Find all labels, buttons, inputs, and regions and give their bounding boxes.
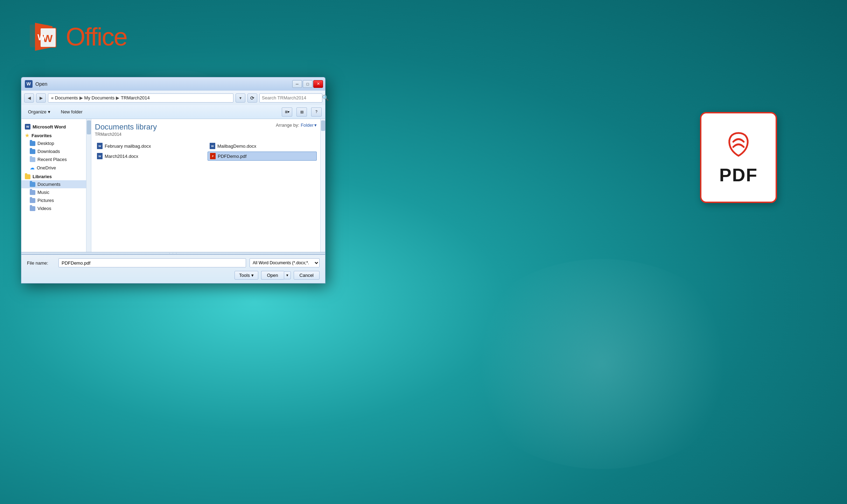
library-subtitle: TRMarch2014 — [95, 132, 157, 137]
word-icon-sidebar: W — [25, 124, 30, 130]
toolbar: Organize ▾ New folder ⊞▾ ▤ ? — [21, 105, 326, 119]
music-folder-icon — [30, 190, 35, 195]
tools-arrow-icon: ▾ — [251, 273, 254, 278]
libraries-section: Libraries — [21, 172, 91, 180]
cancel-button[interactable]: Cancel — [294, 271, 320, 280]
sidebar-item-onedrive[interactable]: ☁ OneDrive — [21, 163, 91, 172]
organize-label: Organize — [28, 109, 47, 114]
sidebar-item-music[interactable]: Music — [21, 188, 91, 196]
docx-icon-1: W — [97, 143, 103, 149]
onedrive-icon: ☁ — [30, 165, 35, 170]
tools-label: Tools — [239, 273, 250, 278]
sidebar-item-videos[interactable]: Videos — [21, 204, 91, 212]
desktop-folder-icon — [30, 141, 35, 146]
acrobat-symbol-icon — [721, 130, 756, 164]
sidebar-item-desktop[interactable]: Desktop — [21, 139, 91, 147]
sidebar-item-recent-places[interactable]: Recent Places — [21, 155, 91, 163]
file-item-pdfdemo[interactable]: P PDFDemo.pdf — [208, 152, 317, 161]
docx-icon-2: W — [210, 143, 215, 149]
file-scrollbar-thumb — [321, 120, 325, 131]
content-area: W Microsoft Word ★ Favorites Desktop Dow… — [21, 119, 326, 252]
libraries-icon — [25, 174, 30, 179]
open-button-group: Open ▾ — [261, 271, 291, 280]
pdf-icon-container: PDF — [700, 112, 777, 203]
open-button[interactable]: Open — [261, 271, 284, 280]
path-dropdown-button[interactable]: ▾ — [236, 93, 245, 103]
scrollbar-thumb — [87, 120, 91, 134]
file-area: Documents library TRMarch2014 Arrange by… — [91, 119, 320, 252]
recent-places-label: Recent Places — [37, 157, 67, 162]
help-button[interactable]: ? — [311, 107, 322, 117]
onedrive-label: OneDrive — [37, 165, 56, 170]
file-area-scrollbar[interactable] — [320, 119, 325, 252]
new-folder-button[interactable]: New folder — [58, 108, 86, 116]
documents-label: Documents — [37, 182, 61, 187]
filename-input[interactable] — [58, 258, 246, 267]
refresh-button[interactable]: ⟳ — [247, 93, 257, 103]
open-dropdown-button[interactable]: ▾ — [284, 271, 291, 279]
file-area-header: Documents library TRMarch2014 Arrange by… — [95, 122, 317, 137]
music-label: Music — [37, 190, 49, 195]
title-bar: W Open ─ □ ✕ — [21, 77, 326, 90]
favorites-section: ★ Favorites — [21, 131, 91, 139]
nav-bar: ◀ ▶ « Documents ▶ My Documents ▶ TRMarch… — [21, 90, 326, 105]
search-icon: 🔍 — [322, 94, 329, 101]
preview-pane-button[interactable]: ▤ — [296, 107, 307, 117]
search-box[interactable]: 🔍 — [259, 93, 322, 103]
recent-places-icon — [30, 157, 35, 162]
pdf-icon-file: P — [210, 153, 216, 159]
sidebar-item-documents[interactable]: Documents — [21, 180, 91, 188]
organize-button[interactable]: Organize ▾ — [25, 108, 54, 116]
new-folder-label: New folder — [61, 109, 83, 114]
star-icon: ★ — [25, 133, 29, 138]
word-icon: W — [25, 80, 33, 88]
arrange-by: Arrange by: Folder ▾ — [276, 122, 317, 128]
sidebar: W Microsoft Word ★ Favorites Desktop Dow… — [21, 119, 91, 252]
actions-row: Tools ▾ Open ▾ Cancel — [27, 271, 320, 280]
back-button[interactable]: ◀ — [24, 93, 34, 103]
documents-folder-icon — [30, 182, 35, 187]
svg-text:W: W — [37, 33, 46, 42]
file-item-february-mailbag[interactable]: W February mailbag.docx — [95, 142, 204, 150]
sidebar-scrollbar[interactable] — [86, 119, 91, 252]
close-button[interactable]: ✕ — [313, 80, 323, 88]
word-section-label: Microsoft Word — [33, 124, 66, 130]
open-dialog: W Open ─ □ ✕ ◀ ▶ « Documents ▶ My Docume… — [21, 77, 326, 284]
file-name-4: PDFDemo.pdf — [218, 154, 246, 159]
path-part-1: « Documents — [51, 95, 78, 100]
dialog-title: Open — [35, 81, 47, 87]
desktop-label: Desktop — [37, 141, 54, 146]
file-item-march2014[interactable]: W March2014.docx — [95, 152, 204, 161]
downloads-label: Downloads — [37, 149, 60, 154]
office-icon: W W — [28, 21, 59, 52]
downloads-folder-icon — [30, 149, 35, 154]
maximize-button[interactable]: □ — [303, 80, 313, 88]
filetype-select[interactable]: All Word Documents (*.docx;*. — [250, 258, 320, 267]
pictures-label: Pictures — [37, 198, 54, 203]
arrange-by-value[interactable]: Folder ▾ — [301, 122, 317, 128]
tools-button[interactable]: Tools ▾ — [234, 271, 258, 280]
docx-icon-3: W — [97, 153, 103, 159]
videos-label: Videos — [37, 206, 51, 211]
sidebar-word-section: W Microsoft Word — [21, 122, 91, 131]
minimize-button[interactable]: ─ — [292, 80, 302, 88]
file-item-mailbag-demo[interactable]: W MailbagDemo.docx — [208, 142, 317, 150]
view-mode-button[interactable]: ⊞▾ — [282, 107, 292, 117]
pdf-icon: PDF — [700, 112, 777, 203]
search-input[interactable] — [262, 95, 321, 100]
pictures-folder-icon — [30, 198, 35, 203]
title-bar-left: W Open — [25, 80, 47, 88]
nav-path[interactable]: « Documents ▶ My Documents ▶ TRMarch2014 — [48, 93, 233, 103]
arrange-by-label: Arrange by: — [276, 122, 299, 128]
sidebar-item-downloads[interactable]: Downloads — [21, 147, 91, 155]
file-grid: W February mailbag.docx W MailbagDemo.do… — [95, 142, 317, 161]
sidebar-item-pictures[interactable]: Pictures — [21, 196, 91, 204]
libraries-label: Libraries — [33, 174, 52, 179]
bottom-bar: File name: All Word Documents (*.docx;*.… — [21, 254, 326, 284]
pdf-label: PDF — [719, 164, 758, 186]
arrange-by-arrow-icon: ▾ — [314, 122, 317, 128]
path-separator-1: ▶ — [79, 95, 83, 100]
forward-button[interactable]: ▶ — [36, 93, 46, 103]
path-part-2: My Documents — [84, 95, 115, 100]
file-name-1: February mailbag.docx — [105, 144, 151, 149]
